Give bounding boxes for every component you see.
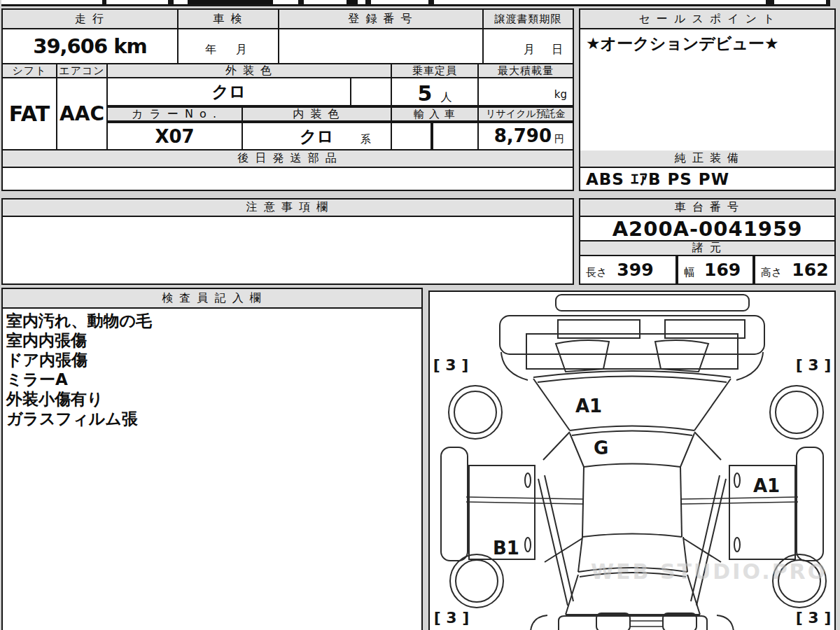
capacity-header: 乗車定員 <box>392 64 477 77</box>
spec-width-label: 幅 <box>684 266 694 279</box>
quarter-line-right-outer <box>696 479 726 606</box>
sales-point-panel: セ ー ル ス ポ イ ン ト ★オークションデビュー★ 純 正 装 備 ABS… <box>579 8 836 191</box>
sales-point-value: ★オークションデビュー★ <box>580 29 834 153</box>
exterior-color-value: クロ <box>108 78 350 105</box>
inspector-notes: 室内汚れ、動物の毛 室内内張傷 ドア内張傷 ミラーA 外装小傷有り ガラスフィル… <box>3 309 421 630</box>
aircon-value: AAC <box>57 78 106 149</box>
door-handle-left-rear <box>525 538 531 552</box>
fender-right <box>736 352 763 380</box>
import-header: 輸 入 車 <box>392 108 477 120</box>
tire-label-front-left: [ 3 ] <box>433 356 469 374</box>
top-cutoff-row <box>1 0 830 6</box>
shift-header: シフト <box>3 64 56 77</box>
inspection-header: 車 検 <box>178 10 278 28</box>
registration-header: 登 録 番 号 <box>279 10 482 28</box>
inspector-note-line: ドア内張傷 <box>6 350 418 370</box>
hood-side-right <box>694 379 731 430</box>
spec-width-value: 169 <box>704 260 741 280</box>
top-cutoff-text-fragment <box>346 0 358 4</box>
door-handle-right-rear <box>734 538 740 552</box>
sales-point-header: セ ー ル ス ポ イ ン ト <box>580 10 834 28</box>
later-parts-header: 後 日 発 送 部 品 <box>3 150 573 167</box>
watermark-text: WEB STUDIO.PRO <box>591 559 827 584</box>
color-no-value: X07 <box>108 123 241 149</box>
wheel-rear-left <box>450 554 503 608</box>
wiper-glass-left <box>556 340 609 372</box>
inspector-note-line: 室内汚れ、動物の毛 <box>6 311 418 330</box>
wheel-front-right <box>770 386 823 439</box>
roof-rear-edge <box>582 534 682 538</box>
hood-side-left <box>533 379 570 430</box>
recycle-header: リサイクル預託金 <box>479 108 573 120</box>
headlight-right <box>665 320 745 338</box>
top-cutoff-cell <box>106 0 168 4</box>
windshield-base-inner <box>572 431 692 436</box>
spec-width: 幅 169 <box>678 256 752 284</box>
rear-bumper <box>559 616 707 630</box>
spec-length: 長さ 399 <box>580 256 676 284</box>
capacity-number: 5 <box>418 81 433 105</box>
chassis-panel: 車 台 番 号 A200A-0041959 諸 元 長さ 399 幅 169 高… <box>579 198 836 285</box>
shift-value: FAT <box>3 78 56 149</box>
windshield-side-right <box>680 433 694 467</box>
caution-panel: 注 意 事 項 欄 <box>1 198 574 285</box>
equipment-value: ABS ｴｱB PS PW <box>580 168 834 190</box>
rear-bumper-corner-left <box>531 615 547 630</box>
import-value-cell-1 <box>392 123 430 149</box>
capacity-value: 5 人 <box>392 78 477 105</box>
diagram-cell: WEB STUDIO.PRO [ 3 ] [ 3 ] [ 3 ] [ 3 ] A… <box>430 292 834 630</box>
quarter-line-left-inner <box>545 475 573 601</box>
interior-color-suffix: 系 <box>360 133 371 146</box>
a-pillar-left <box>543 432 570 460</box>
top-cutoff-cell <box>434 0 766 4</box>
roof-front-edge <box>584 464 680 468</box>
top-cutoff-cell <box>774 0 826 4</box>
top-cutoff-cell <box>1 0 102 4</box>
equipment-header: 純 正 装 備 <box>580 150 834 167</box>
side-rail-left <box>441 447 468 561</box>
a-pillar-right <box>694 432 721 460</box>
spec-length-value: 399 <box>617 260 653 280</box>
mileage-value: 39,606 km <box>3 29 177 63</box>
inspector-panel: 検 査 員 記 入 欄 室内汚れ、動物の毛 室内内張傷 ドア内張傷 ミラーA 外… <box>1 288 423 630</box>
belt-line-left <box>466 497 584 504</box>
top-cutoff-text-fragment <box>188 0 273 4</box>
max-load-header: 最大積載量 <box>479 64 573 77</box>
recycle-value: 8,790 円 <box>479 123 573 149</box>
exterior-color-extra-cell <box>351 78 391 105</box>
transfer-docs-value: 月 日 <box>484 29 573 63</box>
later-parts-value <box>3 168 573 190</box>
spec-height: 高さ 162 <box>755 256 834 284</box>
damage-mark-windshield: G <box>594 438 608 458</box>
interior-color-header: 内 装 色 <box>243 108 391 120</box>
door-handle-left-front <box>525 473 531 487</box>
door-handle-right-front <box>734 473 740 487</box>
aircon-header: エアコン <box>57 64 106 77</box>
damage-mark-right-door: A1 <box>753 475 780 496</box>
mileage-header: 走 行 <box>3 10 177 28</box>
exterior-color-header: 外 装 色 <box>108 64 391 77</box>
wheel-front-right-inner <box>776 391 818 433</box>
spec-height-label: 高さ <box>761 266 782 279</box>
rear-bumper-center-bars <box>630 621 663 626</box>
car-top-view-diagram: WEB STUDIO.PRO [ 3 ] [ 3 ] [ 3 ] [ 3 ] A… <box>430 292 834 630</box>
inspector-note-line: ガラスフィルム張 <box>6 409 418 428</box>
caution-value <box>3 217 573 284</box>
fender-left <box>501 352 528 380</box>
diagram-panel: WEB STUDIO.PRO [ 3 ] [ 3 ] [ 3 ] [ 3 ] A… <box>428 290 836 630</box>
inspector-note-line: ミラーA <box>6 370 418 389</box>
chassis-header: 車 台 番 号 <box>580 200 834 216</box>
inspector-header: 検 査 員 記 入 欄 <box>3 289 421 307</box>
spec-length-label: 長さ <box>586 266 607 279</box>
main-info-table: 走 行 車 検 登 録 番 号 譲渡書類期限 39,606 km 年 月 月 日… <box>1 8 574 191</box>
recycle-unit: 円 <box>554 133 564 146</box>
top-cutoff-cell <box>371 0 428 4</box>
inspection-value: 年 月 <box>178 29 278 63</box>
roof-side-right <box>680 467 682 537</box>
wheel-front-left-inner <box>454 391 496 433</box>
belt-line-right <box>680 497 798 504</box>
quarter-line-left-outer <box>538 479 568 606</box>
tire-label-front-right: [ 3 ] <box>796 356 832 374</box>
max-load-value: kg <box>479 78 573 105</box>
headlight-left <box>558 320 640 338</box>
